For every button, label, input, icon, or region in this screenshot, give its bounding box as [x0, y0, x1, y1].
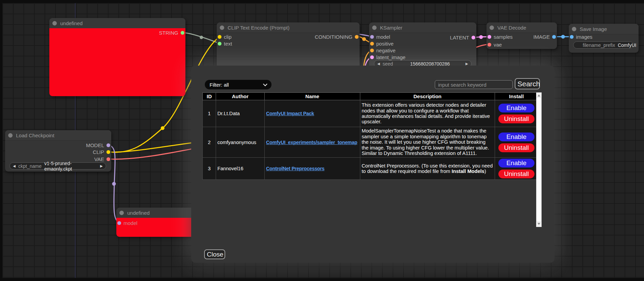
- input-slot-images[interactable]: images: [569, 33, 592, 40]
- uninstall-button[interactable]: Uninstall: [498, 143, 534, 152]
- input-slot-clip[interactable]: clip: [217, 33, 232, 40]
- search-input[interactable]: [435, 80, 513, 89]
- output-label: MODEL: [86, 142, 104, 148]
- enable-button[interactable]: Enable: [498, 104, 534, 112]
- scroll-down-icon[interactable]: [538, 223, 540, 225]
- uninstall-button[interactable]: Uninstall: [498, 170, 534, 178]
- node-load-checkpoint-header[interactable]: Load Checkpoint: [5, 130, 111, 141]
- filename-prefix-widget[interactable]: filename_prefix ComfyUI: [573, 41, 633, 49]
- node-title: CLIP Text Encode (Prompt): [228, 25, 290, 31]
- node-undefined-top[interactable]: undefined STRING: [49, 18, 185, 96]
- input-slot-latent-image[interactable]: latent_image: [369, 54, 406, 60]
- model-out-slot-icon[interactable]: [106, 143, 110, 147]
- enable-button[interactable]: Enable: [498, 133, 534, 141]
- latent-out-slot-icon[interactable]: [472, 36, 475, 39]
- table-row: 2 comfyanonymous ComfyUI_experiments/sam…: [203, 127, 538, 158]
- output-label: CONDITIONING: [315, 34, 352, 40]
- vae-slot-icon[interactable]: [488, 43, 491, 47]
- node-vae-decode-header[interactable]: VAE Decode: [486, 22, 557, 33]
- enable-button[interactable]: Enable: [498, 159, 534, 168]
- header-name: Name: [265, 93, 360, 100]
- table-scrollbar[interactable]: [536, 92, 542, 227]
- clip-slot-icon[interactable]: [218, 35, 221, 39]
- output-slot-vae[interactable]: VAE: [94, 156, 111, 162]
- custom-nodes-manager-dialog: Filter: all Search ID Author Name Descri…: [191, 66, 555, 263]
- decrement-arrow-icon[interactable]: ◀: [377, 62, 380, 66]
- link-dot-clip: [161, 126, 165, 130]
- header-author: Author: [216, 93, 265, 100]
- node-status-dot: [119, 211, 124, 215]
- input-slot-negative[interactable]: negative: [369, 47, 396, 54]
- close-button[interactable]: Close: [204, 249, 225, 259]
- header-install: Install: [495, 93, 538, 100]
- node-load-checkpoint[interactable]: Load Checkpoint MODEL CLIP VAE ◀ ckpt_na…: [5, 130, 111, 172]
- filter-select-value: Filter: all: [210, 82, 229, 88]
- node-status-dot: [220, 25, 224, 30]
- input-label: positive: [376, 41, 394, 47]
- input-slot-positive[interactable]: positive: [369, 40, 394, 47]
- search-button[interactable]: Search: [515, 78, 540, 89]
- input-slot-vae[interactable]: vae: [486, 41, 502, 48]
- increment-arrow-icon[interactable]: ▶: [465, 62, 468, 66]
- header-description: Description: [360, 93, 495, 100]
- model-slot-icon[interactable]: [117, 221, 121, 225]
- image-slot-icon[interactable]: [552, 35, 556, 39]
- next-arrow-icon[interactable]: ▶: [100, 164, 103, 168]
- text-slot-icon[interactable]: [218, 42, 221, 46]
- output-slot-clip[interactable]: CLIP: [93, 148, 111, 155]
- node-undefined-top-header[interactable]: undefined: [49, 18, 185, 29]
- string-slot-icon[interactable]: [181, 31, 184, 35]
- node-title: undefined: [127, 210, 150, 216]
- node-save-image[interactable]: Save Image images filename_prefix ComfyU…: [569, 24, 639, 53]
- input-slot-model[interactable]: model: [116, 219, 137, 226]
- output-slot-conditioning[interactable]: CONDITIONING: [315, 33, 360, 40]
- extension-link[interactable]: ComfyUI_experiments/sampler_tonemap: [266, 140, 357, 145]
- output-slot-latent[interactable]: LATENT: [450, 34, 476, 41]
- samples-slot-icon[interactable]: [488, 35, 491, 39]
- uninstall-button[interactable]: Uninstall: [498, 115, 534, 123]
- output-slot-image[interactable]: IMAGE: [533, 33, 557, 40]
- input-label: images: [576, 34, 592, 40]
- extension-link[interactable]: ControlNet Preprocessors: [266, 166, 325, 171]
- extensions-table: ID Author Name Description Install 1 Dr.…: [202, 92, 538, 180]
- input-label: samples: [494, 34, 513, 40]
- node-title: undefined: [60, 20, 83, 26]
- node-ksampler-header[interactable]: KSampler: [369, 22, 476, 33]
- images-slot-icon[interactable]: [570, 35, 574, 39]
- conditioning-slot-icon[interactable]: [355, 35, 359, 39]
- latent-slot-icon[interactable]: [370, 55, 374, 59]
- prev-arrow-icon[interactable]: ◀: [13, 164, 16, 168]
- node-save-image-header[interactable]: Save Image: [569, 24, 639, 34]
- input-label: vae: [494, 42, 502, 48]
- extension-link[interactable]: ComfyUI Impact Pack: [266, 111, 314, 116]
- widget-value: ComfyUI: [618, 42, 636, 48]
- node-vae-decode[interactable]: VAE Decode samples vae IMAGE: [486, 22, 557, 49]
- node-status-dot: [52, 21, 57, 25]
- filter-select[interactable]: Filter: all: [205, 80, 271, 89]
- ckpt-name-widget[interactable]: ◀ ckpt_name v1-5-pruned-emaonly.ckpt ▶: [10, 162, 106, 170]
- node-title: Save Image: [580, 26, 607, 32]
- clip-out-slot-icon[interactable]: [106, 150, 110, 154]
- output-label: CLIP: [93, 149, 104, 155]
- scrollbar-thumb[interactable]: [536, 98, 542, 222]
- link-dot-cond: [362, 37, 366, 41]
- node-clip-text-encode-header[interactable]: CLIP Text Encode (Prompt): [217, 22, 360, 33]
- output-slot-string[interactable]: STRING: [159, 29, 185, 36]
- output-label: VAE: [94, 156, 104, 162]
- comfyui-screen: undefined STRING CLIP Text Encode (Promp…: [0, 0, 644, 281]
- output-slot-model[interactable]: MODEL: [86, 142, 111, 148]
- input-slot-text[interactable]: text: [217, 40, 232, 47]
- node-status-dot: [572, 27, 576, 31]
- widget-value: v1-5-pruned-emaonly.ckpt: [44, 161, 95, 172]
- negative-slot-icon[interactable]: [370, 49, 374, 52]
- link-dot-string: [200, 36, 203, 39]
- positive-slot-icon[interactable]: [370, 42, 374, 46]
- cell-description: This extension offers various detector n…: [360, 100, 495, 127]
- input-slot-model[interactable]: model: [369, 33, 390, 40]
- scroll-up-icon[interactable]: [538, 94, 540, 96]
- input-slot-samples[interactable]: samples: [486, 33, 513, 40]
- vae-out-slot-icon[interactable]: [106, 157, 110, 161]
- model-slot-icon[interactable]: [370, 35, 374, 39]
- table-header-row: ID Author Name Description Install: [203, 93, 538, 100]
- extensions-table-container: ID Author Name Description Install 1 Dr.…: [202, 92, 542, 227]
